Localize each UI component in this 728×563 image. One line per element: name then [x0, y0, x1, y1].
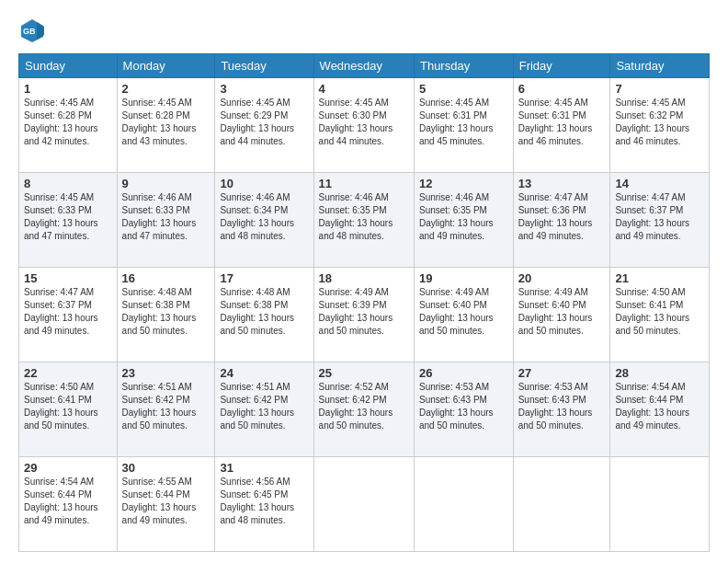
col-monday: Monday [117, 54, 215, 78]
calendar-cell: 2 Sunrise: 4:45 AMSunset: 6:28 PMDayligh… [117, 78, 215, 173]
calendar-cell: 9 Sunrise: 4:46 AMSunset: 6:33 PMDayligh… [117, 173, 215, 268]
day-info: Sunrise: 4:46 AMSunset: 6:35 PMDaylight:… [319, 192, 393, 241]
day-info: Sunrise: 4:45 AMSunset: 6:29 PMDaylight:… [220, 98, 294, 146]
day-info: Sunrise: 4:51 AMSunset: 6:42 PMDaylight:… [220, 382, 294, 431]
calendar-cell: 27 Sunrise: 4:53 AMSunset: 6:43 PMDaylig… [513, 362, 610, 457]
calendar-cell: 6 Sunrise: 4:45 AMSunset: 6:31 PMDayligh… [513, 78, 610, 173]
calendar-cell: 25 Sunrise: 4:52 AMSunset: 6:42 PMDaylig… [313, 362, 414, 457]
day-number: 21 [615, 271, 704, 285]
day-number: 27 [518, 366, 606, 380]
day-number: 20 [518, 271, 606, 285]
day-number: 6 [518, 82, 606, 96]
calendar-cell: 14 Sunrise: 4:47 AMSunset: 6:37 PMDaylig… [610, 173, 710, 268]
day-info: Sunrise: 4:56 AMSunset: 6:45 PMDaylight:… [220, 477, 294, 525]
day-number: 10 [220, 177, 308, 190]
calendar-cell [610, 457, 710, 552]
day-info: Sunrise: 4:50 AMSunset: 6:41 PMDaylight:… [615, 287, 689, 336]
day-number: 1 [24, 82, 112, 96]
day-number: 30 [122, 461, 210, 475]
col-saturday: Saturday [610, 54, 710, 78]
day-number: 23 [122, 366, 210, 380]
day-number: 8 [24, 177, 112, 190]
day-number: 25 [319, 366, 409, 380]
week-row-1: 1 Sunrise: 4:45 AMSunset: 6:28 PMDayligh… [19, 78, 710, 173]
week-row-5: 29 Sunrise: 4:54 AMSunset: 6:44 PMDaylig… [19, 457, 710, 552]
day-info: Sunrise: 4:53 AMSunset: 6:43 PMDaylight:… [518, 382, 593, 431]
day-info: Sunrise: 4:50 AMSunset: 6:41 PMDaylight:… [24, 382, 98, 431]
calendar-cell: 17 Sunrise: 4:48 AMSunset: 6:38 PMDaylig… [215, 268, 313, 362]
day-info: Sunrise: 4:46 AMSunset: 6:33 PMDaylight:… [122, 192, 197, 241]
day-number: 12 [419, 177, 508, 190]
col-friday: Friday [513, 54, 610, 78]
calendar-cell [313, 457, 414, 552]
top-section: GB [18, 17, 710, 44]
calendar-cell [414, 457, 513, 552]
calendar-cell [513, 457, 610, 552]
day-number: 28 [615, 366, 704, 380]
day-number: 16 [122, 271, 210, 285]
day-info: Sunrise: 4:46 AMSunset: 6:34 PMDaylight:… [220, 192, 294, 241]
day-number: 5 [419, 82, 508, 96]
week-row-3: 15 Sunrise: 4:47 AMSunset: 6:37 PMDaylig… [19, 268, 710, 362]
week-row-4: 22 Sunrise: 4:50 AMSunset: 6:41 PMDaylig… [19, 362, 710, 457]
day-info: Sunrise: 4:45 AMSunset: 6:30 PMDaylight:… [319, 98, 393, 146]
logo: GB [18, 17, 50, 44]
day-info: Sunrise: 4:45 AMSunset: 6:31 PMDaylight:… [419, 98, 494, 146]
day-info: Sunrise: 4:54 AMSunset: 6:44 PMDaylight:… [24, 477, 98, 525]
calendar-cell: 22 Sunrise: 4:50 AMSunset: 6:41 PMDaylig… [19, 362, 118, 457]
day-number: 18 [319, 271, 409, 285]
day-info: Sunrise: 4:47 AMSunset: 6:36 PMDaylight:… [518, 192, 593, 241]
day-info: Sunrise: 4:49 AMSunset: 6:40 PMDaylight:… [419, 287, 494, 336]
day-number: 9 [122, 177, 210, 190]
calendar-cell: 18 Sunrise: 4:49 AMSunset: 6:39 PMDaylig… [313, 268, 414, 362]
calendar-cell: 21 Sunrise: 4:50 AMSunset: 6:41 PMDaylig… [610, 268, 710, 362]
calendar-cell: 11 Sunrise: 4:46 AMSunset: 6:35 PMDaylig… [313, 173, 414, 268]
day-info: Sunrise: 4:45 AMSunset: 6:32 PMDaylight:… [615, 98, 689, 146]
calendar-cell: 16 Sunrise: 4:48 AMSunset: 6:38 PMDaylig… [117, 268, 215, 362]
day-number: 13 [518, 177, 606, 190]
page: GB Sunday Monday Tuesday Wednesday Thurs… [0, 0, 728, 563]
day-number: 22 [24, 366, 112, 380]
day-info: Sunrise: 4:53 AMSunset: 6:43 PMDaylight:… [419, 382, 494, 431]
day-number: 19 [419, 271, 508, 285]
calendar-cell: 23 Sunrise: 4:51 AMSunset: 6:42 PMDaylig… [117, 362, 215, 457]
day-number: 15 [24, 271, 112, 285]
day-number: 31 [220, 461, 308, 475]
col-tuesday: Tuesday [215, 54, 313, 78]
calendar-cell: 15 Sunrise: 4:47 AMSunset: 6:37 PMDaylig… [19, 268, 118, 362]
svg-marker-1 [37, 22, 44, 40]
calendar-cell: 13 Sunrise: 4:47 AMSunset: 6:36 PMDaylig… [513, 173, 610, 268]
calendar-cell: 28 Sunrise: 4:54 AMSunset: 6:44 PMDaylig… [610, 362, 710, 457]
calendar-cell: 5 Sunrise: 4:45 AMSunset: 6:31 PMDayligh… [414, 78, 513, 173]
header-row: Sunday Monday Tuesday Wednesday Thursday… [19, 54, 710, 78]
col-sunday: Sunday [19, 54, 118, 78]
col-thursday: Thursday [414, 54, 513, 78]
day-number: 3 [220, 82, 308, 96]
day-number: 17 [220, 271, 308, 285]
day-info: Sunrise: 4:48 AMSunset: 6:38 PMDaylight:… [122, 287, 197, 336]
day-info: Sunrise: 4:52 AMSunset: 6:42 PMDaylight:… [319, 382, 393, 431]
calendar-cell: 24 Sunrise: 4:51 AMSunset: 6:42 PMDaylig… [215, 362, 313, 457]
calendar-cell: 29 Sunrise: 4:54 AMSunset: 6:44 PMDaylig… [19, 457, 118, 552]
day-number: 24 [220, 366, 308, 380]
day-info: Sunrise: 4:51 AMSunset: 6:42 PMDaylight:… [122, 382, 197, 431]
calendar-cell: 12 Sunrise: 4:46 AMSunset: 6:35 PMDaylig… [414, 173, 513, 268]
day-info: Sunrise: 4:46 AMSunset: 6:35 PMDaylight:… [419, 192, 494, 241]
logo-icon: GB [18, 17, 46, 44]
calendar-cell: 7 Sunrise: 4:45 AMSunset: 6:32 PMDayligh… [610, 78, 710, 173]
calendar-cell: 30 Sunrise: 4:55 AMSunset: 6:44 PMDaylig… [117, 457, 215, 552]
day-info: Sunrise: 4:48 AMSunset: 6:38 PMDaylight:… [220, 287, 294, 336]
day-info: Sunrise: 4:47 AMSunset: 6:37 PMDaylight:… [615, 192, 689, 241]
day-info: Sunrise: 4:45 AMSunset: 6:33 PMDaylight:… [24, 192, 98, 241]
calendar-cell: 8 Sunrise: 4:45 AMSunset: 6:33 PMDayligh… [19, 173, 118, 268]
calendar-table: Sunday Monday Tuesday Wednesday Thursday… [18, 53, 710, 552]
day-number: 26 [419, 366, 508, 380]
day-number: 29 [24, 461, 112, 475]
calendar-cell: 20 Sunrise: 4:49 AMSunset: 6:40 PMDaylig… [513, 268, 610, 362]
week-row-2: 8 Sunrise: 4:45 AMSunset: 6:33 PMDayligh… [19, 173, 710, 268]
day-number: 2 [122, 82, 210, 96]
day-info: Sunrise: 4:49 AMSunset: 6:40 PMDaylight:… [518, 287, 593, 336]
day-number: 7 [615, 82, 704, 96]
calendar-cell: 31 Sunrise: 4:56 AMSunset: 6:45 PMDaylig… [215, 457, 313, 552]
calendar-cell: 26 Sunrise: 4:53 AMSunset: 6:43 PMDaylig… [414, 362, 513, 457]
